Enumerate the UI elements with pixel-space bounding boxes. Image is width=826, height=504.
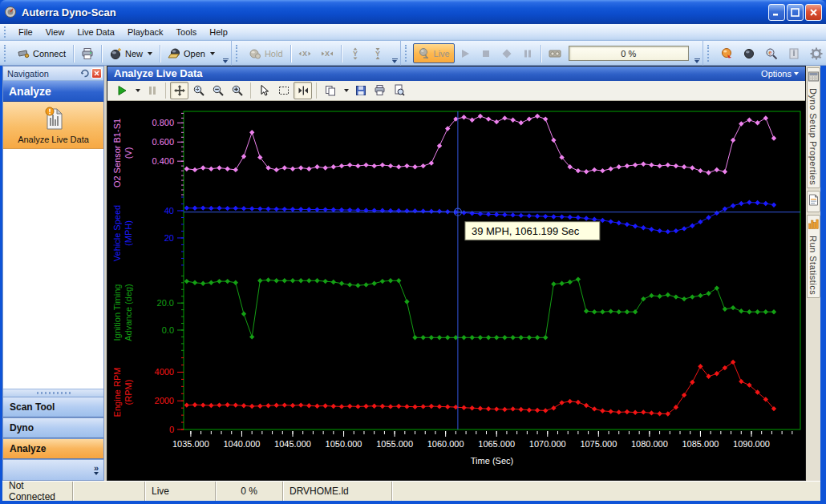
hold-button[interactable]: Hold [244, 43, 288, 63]
tab-dyno-setup-properties[interactable]: Dyno Setup Properties [807, 67, 820, 188]
subplot-0: 0.4000.6000.800O2 Sensor B1-S1(V) [112, 113, 776, 195]
toolbar-grip[interactable] [707, 45, 711, 62]
toolbar-separator [316, 83, 317, 99]
svg-text:O2 Sensor B1-S1: O2 Sensor B1-S1 [112, 119, 122, 187]
new-scan-icon [109, 47, 122, 60]
toolbar-separator [250, 83, 251, 99]
settings-button[interactable] [805, 43, 826, 63]
series-line-0 [187, 116, 774, 173]
toolbar-overflow-button[interactable] [222, 58, 229, 64]
svg-text:(V): (V) [123, 147, 133, 159]
y-axis-shrink-button[interactable]: Y [344, 43, 366, 63]
svg-text:40: 40 [164, 206, 174, 216]
zoom-out-button[interactable] [209, 82, 227, 99]
zoom-in-button[interactable] [228, 82, 246, 99]
record-button[interactable] [496, 43, 517, 63]
new-button[interactable]: New [104, 43, 157, 63]
print-button[interactable] [76, 43, 99, 63]
chart-pause-button[interactable] [143, 82, 161, 99]
select-box-tool-button[interactable] [274, 82, 293, 99]
options-label: Options [761, 69, 792, 79]
toolbar-separator [101, 45, 102, 62]
sidebar-item-scan-tool[interactable]: Scan Tool [3, 397, 103, 417]
search-button[interactable]: e [760, 43, 783, 63]
y-axis-expand-icon: Y [371, 47, 384, 60]
analyze-live-data-item[interactable]: Analyze Live Data [3, 102, 103, 149]
chart[interactable]: 0.4000.6000.800O2 Sensor B1-S1(V)2040Veh… [107, 101, 805, 480]
navigation-close-icon[interactable] [91, 68, 102, 79]
pointer-tool-button[interactable] [255, 82, 273, 99]
series-markers-2 [184, 276, 777, 340]
svg-text:20: 20 [164, 233, 174, 243]
info-button[interactable] [783, 43, 805, 63]
hold-icon [249, 47, 261, 60]
sidebar-item-dyno[interactable]: Dyno [3, 417, 103, 438]
play-button[interactable] [455, 43, 476, 63]
y-axis-expand-button[interactable]: Y [366, 43, 389, 63]
chevron-more-icon[interactable]: » [94, 466, 99, 475]
connect-icon [17, 47, 30, 60]
menu-tools[interactable]: Tools [170, 25, 204, 39]
toolbar-grip[interactable] [4, 45, 8, 62]
pause-button[interactable] [517, 43, 538, 63]
svg-text:0.0: 0.0 [162, 325, 174, 335]
options-dropdown[interactable]: Options [761, 69, 799, 79]
window-titlebar: Auterra Dyno-Scan [0, 0, 826, 24]
print-preview-button[interactable] [390, 82, 408, 99]
chart-cursor[interactable] [184, 111, 800, 429]
auto-hide-pin-icon[interactable] [79, 68, 90, 79]
menu-file[interactable]: File [12, 25, 39, 39]
chart-print-button[interactable] [370, 82, 389, 99]
status-progress: 0 % [216, 482, 283, 501]
printer-icon [81, 47, 94, 60]
tab-label: Run Statistics [808, 236, 818, 295]
live-button[interactable]: Live [413, 43, 455, 63]
cursor-tool-button[interactable] [294, 82, 312, 99]
stop-button[interactable] [476, 43, 496, 63]
svg-text:Y: Y [353, 50, 358, 58]
x-axis-expand-button[interactable]: X [316, 43, 338, 63]
navigation-titlebar: Navigation [3, 67, 103, 81]
connect-button[interactable]: Connect [12, 43, 71, 63]
copy-button[interactable] [321, 82, 339, 99]
dtc-button[interactable] [715, 43, 738, 63]
pan-tool-button[interactable] [170, 82, 188, 99]
svg-text:1060.000: 1060.000 [427, 439, 464, 449]
toolbar-overflow-button[interactable] [694, 58, 701, 64]
dyno-setup-icon [808, 71, 819, 85]
status-empty [392, 482, 820, 501]
chart-play-dropdown[interactable] [132, 82, 142, 99]
chart-play-button[interactable] [112, 82, 131, 99]
close-button[interactable] [805, 4, 822, 21]
open-button[interactable]: Open [163, 43, 220, 63]
tab-document-icon-button[interactable] [807, 191, 820, 212]
navigation-splitter[interactable] [3, 389, 103, 397]
zoom-window-button[interactable] [189, 82, 208, 99]
menu-live-data[interactable]: Live Data [71, 25, 120, 39]
menu-help[interactable]: Help [203, 25, 234, 39]
chart-svg[interactable]: 0.4000.6000.800O2 Sensor B1-S1(V)2040Veh… [107, 101, 805, 477]
menu-view[interactable]: View [39, 25, 71, 39]
window-title: Auterra Dyno-Scan [22, 6, 767, 18]
toolbar-axis: Hold X X Y Y [232, 41, 401, 66]
minimize-button[interactable] [768, 4, 785, 21]
x-axis-shrink-button[interactable]: X [294, 43, 316, 63]
camera-button[interactable] [544, 43, 566, 63]
maximize-button[interactable] [787, 4, 804, 21]
svg-text:20.0: 20.0 [157, 298, 174, 308]
scan-button[interactable] [738, 43, 760, 63]
sidebar-item-analyze[interactable]: Analyze [3, 438, 103, 459]
svg-text:X: X [302, 50, 307, 58]
menubar-grip[interactable] [4, 26, 8, 38]
save-button[interactable] [351, 82, 370, 99]
toolbar-overflow-button[interactable] [391, 58, 399, 64]
toolbar-grip[interactable] [405, 45, 409, 62]
toolbar-separator [341, 45, 342, 62]
copy-dropdown[interactable] [340, 82, 350, 99]
menu-playback[interactable]: Playback [121, 25, 170, 39]
navigation-overflow-bar[interactable]: » [3, 459, 103, 480]
toolbar-grip[interactable] [236, 45, 240, 62]
series-markers-0 [184, 114, 777, 175]
open-icon [168, 47, 180, 60]
tab-run-statistics[interactable]: Run Statistics [807, 215, 820, 298]
